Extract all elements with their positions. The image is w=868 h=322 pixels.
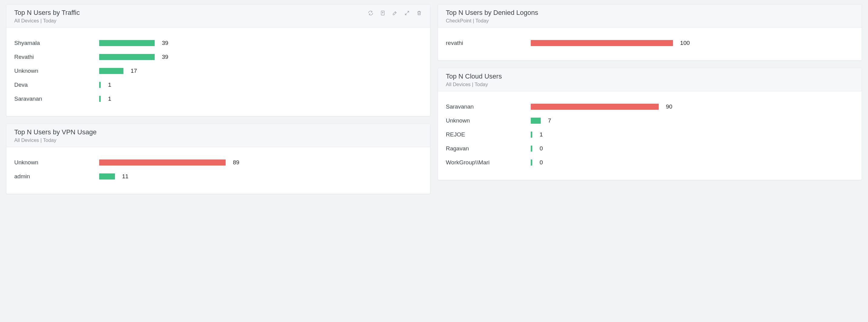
bar-track: 90 (531, 103, 854, 110)
bar-label: Deva (14, 82, 99, 88)
bar-label: revathi (446, 40, 531, 46)
bar-row: Deva1 (14, 78, 422, 92)
dashboard: Top N Users by TrafficAll Devices | Toda… (0, 0, 868, 200)
bar-fill (99, 68, 123, 74)
bar-value: 17 (131, 68, 137, 74)
bar-fill (99, 173, 115, 180)
bar-fill (531, 159, 532, 166)
bar-value: 1 (539, 131, 543, 138)
panel-header: Top N Users by TrafficAll Devices | Toda… (6, 5, 430, 28)
panel-traffic: Top N Users by TrafficAll Devices | Toda… (6, 4, 430, 117)
panel-titles: Top N Users by TrafficAll Devices | Toda… (14, 9, 80, 24)
bar-label: Revathi (14, 54, 99, 60)
bar-track: 1 (99, 96, 422, 102)
bar-fill (531, 40, 673, 46)
bar-value: 39 (162, 40, 168, 46)
delete-icon[interactable] (416, 10, 422, 16)
bar-label: Unknown (446, 117, 531, 124)
bar-track: 17 (99, 68, 422, 74)
bar-fill (99, 54, 155, 60)
panel-subtitle: All Devices | Today (14, 137, 96, 143)
bar-label: Saravanan (446, 103, 531, 110)
panel-title: Top N Users by Denied Logons (446, 9, 538, 17)
bar-track: 11 (99, 173, 422, 180)
panel-header: Top N Users by Denied LogonsCheckPoint |… (438, 5, 862, 28)
bar-track: 1 (99, 82, 422, 88)
panel-body: Shyamala39Revathi39Unknown17Deva1Saravan… (6, 28, 430, 116)
bar-fill (99, 96, 101, 102)
bar-row: Shyamala39 (14, 36, 422, 50)
export-icon[interactable] (380, 10, 386, 16)
bar-value: 0 (539, 159, 543, 166)
panel-body: revathi100 (438, 28, 862, 60)
bar-track: 7 (531, 117, 854, 124)
panel-titles: Top N Users by Denied LogonsCheckPoint |… (446, 9, 538, 24)
bar-value: 7 (548, 117, 551, 124)
bar-label: WorkGroup\\Mari (446, 159, 531, 166)
bar-fill (99, 82, 101, 88)
bar-row: Unknown89 (14, 156, 422, 169)
bar-fill (531, 132, 532, 138)
bar-row: REJOE1 (446, 128, 854, 141)
bar-fill (531, 146, 532, 152)
bar-track: 89 (99, 159, 422, 166)
bar-value: 39 (162, 54, 168, 60)
panel-cloud: Top N Cloud UsersAll Devices | TodaySara… (438, 68, 862, 180)
bar-label: Saravanan (14, 96, 99, 102)
bar-row: Ragavan0 (446, 141, 854, 156)
bar-row: Saravanan90 (446, 100, 854, 114)
bar-value: 1 (108, 82, 111, 88)
bar-fill (99, 40, 155, 46)
panel-titles: Top N Cloud UsersAll Devices | Today (446, 72, 502, 87)
bar-value: 100 (680, 40, 690, 46)
bar-track: 1 (531, 131, 854, 138)
left-column: Top N Users by TrafficAll Devices | Toda… (6, 4, 430, 194)
panel-header: Top N Cloud UsersAll Devices | Today (438, 68, 862, 91)
right-column: Top N Users by Denied LogonsCheckPoint |… (438, 4, 862, 194)
bar-value: 0 (539, 145, 543, 152)
bar-label: REJOE (446, 131, 531, 138)
bar-row: Saravanan1 (14, 92, 422, 106)
bar-label: Unknown (14, 68, 99, 74)
bar-label: admin (14, 173, 99, 180)
panel-title: Top N Users by VPN Usage (14, 128, 96, 136)
bar-value: 89 (233, 159, 239, 166)
bar-row: revathi100 (446, 36, 854, 50)
panel-titles: Top N Users by VPN UsageAll Devices | To… (14, 128, 96, 143)
bar-value: 90 (666, 103, 672, 110)
bar-row: Unknown17 (14, 64, 422, 78)
bar-track: 0 (531, 145, 854, 152)
refresh-icon[interactable] (368, 10, 374, 16)
bar-row: admin11 (14, 169, 422, 184)
bar-value: 11 (122, 173, 129, 180)
bar-track: 100 (531, 40, 854, 46)
panel-body: Unknown89admin11 (6, 147, 430, 194)
panel-vpn: Top N Users by VPN UsageAll Devices | To… (6, 124, 430, 194)
edit-icon[interactable] (392, 10, 398, 16)
panel-subtitle: All Devices | Today (14, 18, 80, 24)
bar-row: WorkGroup\\Mari0 (446, 156, 854, 169)
bar-fill (531, 104, 659, 110)
bar-label: Unknown (14, 159, 99, 166)
bar-label: Shyamala (14, 40, 99, 46)
bar-fill (99, 159, 226, 166)
panel-title: Top N Users by Traffic (14, 9, 80, 17)
bar-track: 39 (99, 40, 422, 46)
panel-subtitle: All Devices | Today (446, 82, 502, 87)
panel-toolbar (368, 9, 422, 16)
panel-body: Saravanan90Unknown7REJOE1Ragavan0WorkGro… (438, 91, 862, 180)
panel-subtitle: CheckPoint | Today (446, 18, 538, 24)
bar-track: 0 (531, 159, 854, 166)
bar-value: 1 (108, 96, 111, 102)
panel-title: Top N Cloud Users (446, 72, 502, 80)
panel-header: Top N Users by VPN UsageAll Devices | To… (6, 124, 430, 147)
bar-row: Unknown7 (446, 114, 854, 128)
bar-row: Revathi39 (14, 50, 422, 64)
bar-label: Ragavan (446, 145, 531, 152)
panel-denied: Top N Users by Denied LogonsCheckPoint |… (438, 4, 862, 61)
bar-fill (531, 118, 541, 124)
expand-icon[interactable] (404, 10, 410, 16)
bar-track: 39 (99, 54, 422, 60)
